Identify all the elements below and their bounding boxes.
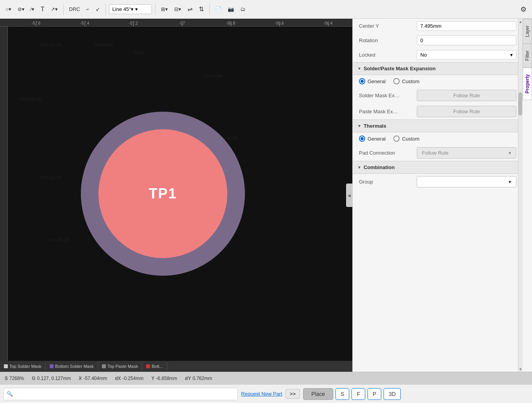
solder-paste-section-header[interactable]: ▼ Solder/Paste Mask Expansion	[353, 62, 523, 75]
circle-tool[interactable]: ○▾	[3, 5, 14, 14]
solder-paste-header-label: Solder/Paste Mask Expansion	[364, 66, 436, 71]
angle-chevron: ▾	[135, 6, 138, 12]
canvas-content[interactable]: 2024-11-28 copyuiuan 16:56 copyuiuan 202…	[8, 27, 352, 361]
pad-connection-dropdown[interactable]: Follow Rule ▾	[417, 147, 516, 159]
pad-connection-label: Pad Connection	[359, 150, 414, 156]
s-button[interactable]: S	[336, 388, 349, 400]
rotation-field[interactable]: 0	[417, 36, 516, 45]
text-tool[interactable]: T	[38, 4, 47, 14]
ruler-mark-4: -57	[158, 21, 207, 25]
align-v-tool[interactable]: ⊟▾	[172, 5, 184, 14]
solder-paste-custom-radio[interactable]: Custom	[393, 78, 420, 84]
center-y-label: Center Y	[359, 23, 414, 29]
thermals-custom-circle	[393, 136, 400, 142]
bottom-tab-color	[146, 364, 150, 368]
arrow-tool[interactable]: ↗▾	[48, 5, 60, 14]
scroll-track	[518, 23, 523, 367]
rotation-row: Rotation 0	[353, 33, 523, 48]
top-solder-color	[4, 364, 8, 368]
bottom-solder-color	[50, 364, 54, 368]
layer-tab-label: Layer	[525, 25, 530, 37]
thermals-section-header[interactable]: ▼ Thermals	[353, 119, 523, 132]
file-view-tool[interactable]: 📄	[213, 5, 224, 14]
ruler-mark-7: -56.4	[303, 21, 352, 25]
watermark: 2024-11-28	[39, 42, 61, 47]
search-input[interactable]	[14, 391, 234, 397]
filter-side-tab[interactable]: Filter	[523, 44, 532, 68]
request-new-part-link[interactable]: Request New Part	[241, 391, 282, 397]
scrollbar[interactable]: ▲ ▼	[518, 19, 523, 372]
board-tool[interactable]: 🗂	[238, 5, 248, 14]
locked-value: No	[420, 52, 427, 58]
mirror-h-tool[interactable]: ⇌	[185, 4, 195, 14]
solder-paste-custom-circle	[393, 78, 400, 84]
pcb-pad[interactable]: TP1	[81, 112, 245, 276]
top-solder-mask-tab[interactable]: Top Solder Mask	[0, 362, 46, 370]
solder-paste-general-label: General	[368, 78, 386, 84]
panel-collapse-handle[interactable]: ◀	[346, 184, 352, 207]
search-box[interactable]: 🔍	[3, 388, 238, 400]
center-y-field[interactable]: 7.495mm	[417, 21, 516, 31]
no-tool[interactable]: ⊘▾	[15, 5, 27, 14]
bend-tool[interactable]: ⌐	[84, 5, 92, 14]
combination-header-label: Combination	[364, 164, 395, 170]
camera-tool[interactable]: 📷	[225, 5, 236, 14]
align-h-tool[interactable]: ⊞▾	[159, 5, 170, 14]
scroll-down[interactable]: ▼	[519, 367, 523, 371]
top-paste-color	[102, 364, 106, 368]
status-g: G 0.127, 0.127mm	[32, 376, 71, 381]
locked-label: Locked	[359, 52, 414, 58]
drc-tool[interactable]: DRC	[67, 5, 82, 14]
bottom-tab-truncated[interactable]: Bott...	[142, 362, 167, 370]
bottom-bar: 🔍 Request New Part >> Place S F P 3D	[0, 384, 532, 403]
thermals-general-label: General	[368, 136, 386, 142]
solder-paste-triangle: ▼	[357, 66, 361, 71]
status-s: S 7268%	[5, 376, 24, 381]
bottom-solder-mask-tab[interactable]: Bottom Solder Mask	[46, 362, 98, 370]
top-paste-label: Top Paste Mask	[107, 364, 138, 369]
search-icon: 🔍	[7, 391, 13, 397]
route-tool[interactable]: ↙	[93, 5, 102, 14]
scroll-thumb[interactable]	[518, 92, 522, 116]
f-button[interactable]: F	[352, 388, 365, 400]
s-val: 7268%	[9, 376, 24, 381]
dy-val: 0.762mm	[193, 376, 212, 381]
pad-label: TP1	[149, 185, 177, 202]
combination-triangle: ▼	[357, 165, 361, 169]
solder-paste-general-radio[interactable]: General	[359, 78, 386, 84]
solder-paste-radio-group: General Custom	[353, 75, 523, 87]
y-val: -6.858mm	[156, 376, 177, 381]
group-select[interactable]: ▾	[417, 176, 516, 187]
pad-connection-value: Follow Rule	[422, 150, 448, 156]
p-button[interactable]: P	[368, 388, 381, 400]
thermals-custom-radio[interactable]: Custom	[393, 136, 420, 142]
property-side-tab[interactable]: Property	[523, 68, 532, 100]
watermark: 16:56	[133, 50, 144, 55]
layer-side-tab[interactable]: Layer	[523, 19, 532, 44]
ruler-mark-3: -57.2	[109, 21, 158, 25]
solder-mask-ex-label: Solder Mask Ex…	[359, 93, 414, 98]
arrow-button[interactable]: >>	[286, 389, 300, 399]
locked-select[interactable]: No ▾	[417, 50, 516, 60]
solder-paste-custom-label: Custom	[402, 78, 420, 84]
ruler-mark-1: -57.6	[12, 21, 61, 25]
x-val: -57.404mm	[83, 376, 107, 381]
watermark: 2024-11-28	[20, 97, 41, 102]
place-button[interactable]: Place	[303, 388, 333, 400]
3d-button[interactable]: 3D	[384, 388, 401, 400]
angle-dropdown[interactable]: Line 45°▾ ▾	[109, 4, 152, 14]
combination-section-header[interactable]: ▼ Combination	[353, 161, 523, 174]
pad-outer-ring: TP1	[81, 112, 245, 276]
property-tab-label: Property	[525, 74, 530, 93]
solder-mask-ex-row: Solder Mask Ex… Follow Rule	[353, 87, 523, 103]
top-paste-mask-tab[interactable]: Top Paste Mask	[98, 362, 142, 370]
settings-tool[interactable]: ⚙	[518, 4, 529, 15]
ruler-mark-6: -56.6	[255, 21, 304, 25]
scroll-up[interactable]: ▲	[519, 20, 523, 23]
thermals-general-radio[interactable]: General	[359, 136, 386, 142]
line-style-tool[interactable]: ∕▾	[29, 5, 37, 14]
panel-bottom: Place S F P 3D	[303, 388, 483, 400]
thermals-general-circle	[359, 136, 365, 142]
mirror-v-tool[interactable]: ⇅	[196, 4, 206, 14]
angle-label: Line 45°▾	[112, 6, 134, 12]
